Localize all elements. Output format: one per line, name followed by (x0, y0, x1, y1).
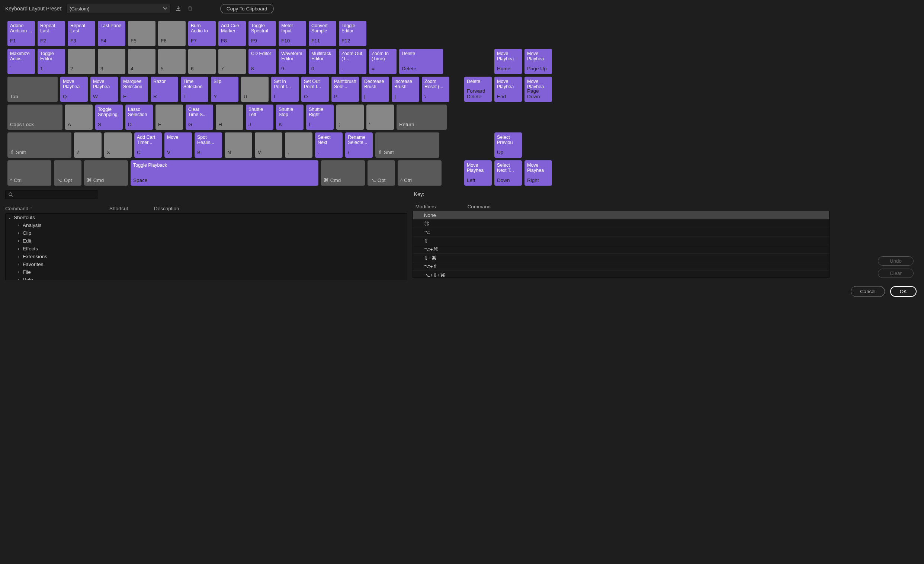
key-7[interactable]: 7 (218, 49, 246, 74)
key-page-down[interactable]: Move PlayheaPage Down (525, 76, 552, 102)
key-f12[interactable]: Toggle EditorF12 (339, 21, 366, 46)
key-tab[interactable]: Tab (8, 76, 58, 102)
key-f2[interactable]: Repeat Last CommandF2 (38, 21, 65, 46)
key-g[interactable]: Clear Time S...G (186, 105, 213, 130)
key--shift[interactable]: ⇧ Shift (375, 132, 439, 158)
key-up[interactable]: Select PreviouUp (494, 132, 522, 158)
modifier-row[interactable]: ⌥+⇧ (413, 262, 829, 271)
search-input[interactable] (5, 190, 98, 199)
key-f9[interactable]: Toggle Spectral F...F9 (249, 21, 276, 46)
key-t[interactable]: Time SelectionT (181, 76, 208, 102)
modifiers-table[interactable]: None⌘⌥⇧⌥+⌘⇧+⌘⌥+⇧⌥+⇧+⌘^^+⌘ (412, 211, 830, 278)
key--shift[interactable]: ⇧ Shift (8, 132, 71, 158)
key-6[interactable]: 6 (188, 49, 216, 74)
modifier-row[interactable]: ⌥+⌘ (413, 245, 829, 254)
key-end[interactable]: Move PlayheaEnd (494, 76, 522, 102)
key-m[interactable]: M (255, 132, 282, 158)
key-f1[interactable]: Adobe Audition ...F1 (8, 21, 35, 46)
key-f3[interactable]: Repeat Last Command...F3 (68, 21, 95, 46)
key--[interactable]: Maximize Activ...` (8, 49, 35, 74)
cancel-button[interactable]: Cancel (851, 286, 885, 297)
key-9[interactable]: Waveform Editor9 (279, 49, 306, 74)
key--[interactable]: Zoom Out (T...- (339, 49, 366, 74)
key-d[interactable]: Lasso SelectionD (125, 105, 153, 130)
key-down[interactable]: Select Next T...Down (494, 160, 522, 186)
key--[interactable]: Rename Selecte.../ (345, 132, 373, 158)
key-f5[interactable]: F5 (128, 21, 156, 46)
modifier-row[interactable]: None (413, 212, 829, 219)
modifier-row[interactable]: ⇧ (413, 237, 829, 245)
tree-item[interactable]: ›Analysis (6, 221, 407, 229)
key-e[interactable]: Marquee SelectionE (120, 76, 148, 102)
key-f[interactable]: F (156, 105, 183, 130)
key-return[interactable]: Return (396, 105, 447, 130)
key-right[interactable]: Move PlayheaRight (525, 160, 552, 186)
key-n[interactable]: N (225, 132, 252, 158)
key-r[interactable]: RazorR (151, 76, 178, 102)
key-j[interactable]: Shuttle LeftJ (246, 105, 273, 130)
key-b[interactable]: Spot Healin...B (195, 132, 222, 158)
key-l[interactable]: Shuttle RightL (306, 105, 334, 130)
key-page-up[interactable]: Move PlayheaPage Up (525, 49, 552, 74)
key--opt[interactable]: ⌥ Opt (368, 160, 395, 186)
key-2[interactable]: 2 (68, 49, 95, 74)
key--[interactable]: , (285, 132, 312, 158)
key-f8[interactable]: Add Cue MarkerF8 (218, 21, 246, 46)
key--cmd[interactable]: ⌘ Cmd (321, 160, 365, 186)
key-f6[interactable]: F6 (158, 21, 186, 46)
key-0[interactable]: Multitrack Editor0 (309, 49, 336, 74)
key-4[interactable]: 4 (128, 49, 156, 74)
copy-clipboard-button[interactable]: Copy To Clipboard (220, 4, 273, 14)
key-f7[interactable]: Burn Audio to CDF7 (188, 21, 216, 46)
key-h[interactable]: H (216, 105, 243, 130)
key-8[interactable]: CD Editor8 (249, 49, 276, 74)
key--ctrl[interactable]: ^ Ctrl (8, 160, 51, 186)
key-v[interactable]: MoveV (164, 132, 192, 158)
save-icon[interactable] (174, 4, 182, 13)
key--[interactable]: Decrease Brush[ (362, 76, 389, 102)
key-c[interactable]: Add Cart Timer...C (134, 132, 162, 158)
key-o[interactable]: Set Out Point t...O (301, 76, 329, 102)
key--[interactable]: Increase Brush] (392, 76, 419, 102)
key--[interactable]: ; (336, 105, 364, 130)
preset-select[interactable]: (Custom) (66, 4, 170, 14)
key-left[interactable]: Move PlayheaLeft (464, 160, 492, 186)
key-i[interactable]: Set In Point t...I (271, 76, 299, 102)
modifier-row[interactable]: ⇧+⌘ (413, 254, 829, 262)
key--ctrl[interactable]: ^ Ctrl (398, 160, 441, 186)
ok-button[interactable]: OK (890, 286, 916, 297)
shortcut-header[interactable]: Shortcut (110, 206, 154, 212)
key-k[interactable]: Shuttle StopK (276, 105, 303, 130)
command-tree[interactable]: ⌄Shortcuts›Analysis›Clip›Edit›Effects›Ex… (5, 213, 407, 280)
tree-item[interactable]: ⌄Shortcuts (6, 213, 407, 221)
key-p[interactable]: Paintbrush Sele...P (332, 76, 359, 102)
key--[interactable]: Zoom In (Time)= (369, 49, 396, 74)
tree-item[interactable]: ›Extensions (6, 253, 407, 260)
modifier-row[interactable]: ⌥+⇧+⌘ (413, 271, 829, 278)
key-f11[interactable]: Convert Sample T...F11 (309, 21, 336, 46)
key--[interactable]: ' (366, 105, 394, 130)
key-1[interactable]: Toggle Editor1 (38, 49, 65, 74)
command-header[interactable]: Command ↑ (5, 206, 110, 212)
tree-item[interactable]: ›Clip (6, 229, 407, 237)
key-a[interactable]: A (65, 105, 93, 130)
key--[interactable]: Select Next. (315, 132, 343, 158)
key-s[interactable]: Toggle SnappingS (95, 105, 123, 130)
key-5[interactable]: 5 (158, 49, 186, 74)
tree-item[interactable]: ›Edit (6, 237, 407, 245)
key-delete[interactable]: DeleteDelete (399, 49, 443, 74)
modifier-row[interactable]: ⌘ (413, 219, 829, 228)
key-forward-delete[interactable]: DeleteForward Delete (464, 76, 492, 102)
key-q[interactable]: Move PlayheaQ (60, 76, 88, 102)
key-y[interactable]: SlipY (211, 76, 238, 102)
key-caps-lock[interactable]: Caps Lock (8, 105, 63, 130)
key-3[interactable]: 3 (98, 49, 125, 74)
key-home[interactable]: Move PlayheaHome (494, 49, 522, 74)
key-f10[interactable]: Meter Input SignalF10 (279, 21, 306, 46)
description-header[interactable]: Description (154, 206, 407, 212)
modifier-row[interactable]: ⌥ (413, 228, 829, 237)
key--cmd[interactable]: ⌘ Cmd (84, 160, 128, 186)
key-z[interactable]: Z (74, 132, 102, 158)
key--[interactable]: Zoom Reset (...\ (422, 76, 449, 102)
key-space[interactable]: Toggle PlaybackSpace (130, 160, 318, 186)
